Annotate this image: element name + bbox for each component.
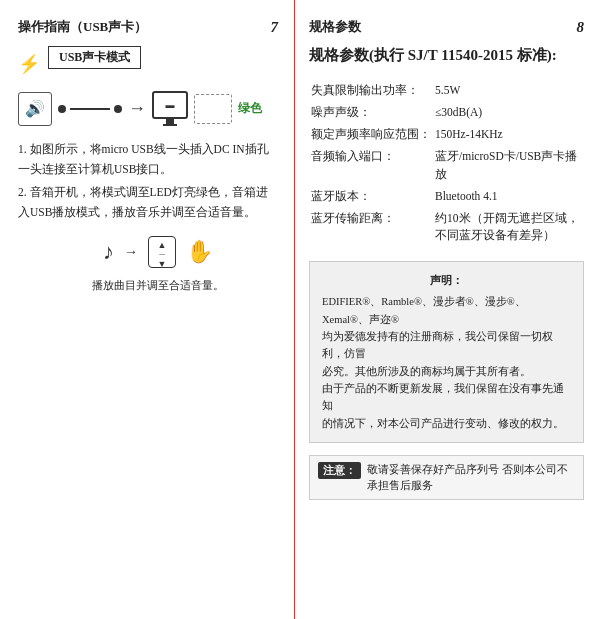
spec-table: 失真限制输出功率： 5.5W 噪声声级： ≤30dB(A) 额定声频率响应范围：… xyxy=(309,79,584,247)
left-page-number: 7 xyxy=(271,19,279,36)
spec-label-2: 额定声频率响应范围： xyxy=(309,124,433,146)
spec-row-3: 音频输入端口： 蓝牙/microSD卡/USB声卡播放 xyxy=(309,146,584,186)
notice-row: 注意： 敬请妥善保存好产品序列号 否则本公司不承担售后服务 xyxy=(309,455,584,501)
disclaimer-line-4: 的情况下，对本公司产品进行变动、修改的权力。 xyxy=(322,415,571,432)
monitor-icon: ▬ xyxy=(152,91,188,119)
disclaimer-title: 声明： xyxy=(322,272,571,289)
spec-label-0: 失真限制输出功率： xyxy=(309,79,433,101)
speaker-icon: 🔊 xyxy=(18,92,52,126)
section-title-box: USB声卡模式 xyxy=(48,46,141,69)
instruction-1: 1. 如图所示，将micro USB线一头插入DC IN插孔一头连接至计算机US… xyxy=(18,140,278,179)
left-title: 操作指南（USB声卡） xyxy=(18,18,147,36)
spec-value-1: ≤30dB(A) xyxy=(433,101,584,123)
volume-dial-icon: ▲ ─ ▼ xyxy=(148,236,176,268)
disclaimer-line-2: 必究。其他所涉及的商标均属于其所有者。 xyxy=(322,363,571,380)
spec-row-2: 额定声频率响应范围： 150Hz-14KHz xyxy=(309,124,584,146)
spec-value-0: 5.5W xyxy=(433,79,584,101)
spec-row-1: 噪声声级： ≤30dB(A) xyxy=(309,101,584,123)
instruction-2: 2. 音箱开机，将模式调至LED灯亮绿色，音箱进入USB播放模式，播放音乐并调至… xyxy=(18,183,278,222)
cable-icon xyxy=(58,105,122,113)
spec-label-1: 噪声声级： xyxy=(309,101,433,123)
right-title: 规格参数 xyxy=(309,18,361,36)
music-arrow-icon: → xyxy=(124,244,138,260)
vol-up-icon: ▲ xyxy=(158,240,167,250)
arrow-right-icon: → xyxy=(128,98,146,119)
music-diagram: ♪ → ▲ ─ ▼ ✋ 播放曲目并调至合适音量。 xyxy=(38,236,278,293)
left-header: 操作指南（USB声卡） 7 xyxy=(18,18,278,36)
music-diagram-row: ♪ → ▲ ─ ▼ ✋ xyxy=(103,236,213,268)
spec-label-3: 音频输入端口： xyxy=(309,146,433,186)
usb-symbol-icon: ⚡ xyxy=(18,53,40,75)
right-header: 规格参数 8 xyxy=(309,18,584,36)
hand-icon: ✋ xyxy=(186,239,213,265)
spec-value-2: 150Hz-14KHz xyxy=(433,124,584,146)
disclaimer-line-1: 均为爱德发持有的注册商标，我公司保留一切权利，仿冒 xyxy=(322,328,571,363)
vol-mid-icon: ─ xyxy=(159,250,165,259)
music-label: 播放曲目并调至合适音量。 xyxy=(92,278,224,293)
notice-text: 敬请妥善保存好产品序列号 否则本公司不承担售后服务 xyxy=(367,462,575,494)
disclaimer-line-3: 由于产品的不断更新发展，我们保留在没有事先通知 xyxy=(322,380,571,415)
spec-row-5: 蓝牙传输距离： 约10米（开阔无遮拦区域，不同蓝牙设备有差异） xyxy=(309,208,584,248)
disclaimer-line-0: EDIFIER®、Ramble®、漫步者®、漫步®、Xemal®、声迩® xyxy=(322,293,571,328)
green-label: 绿色 xyxy=(238,100,262,117)
dotted-indicator-box xyxy=(194,94,232,124)
vol-down-icon: ▼ xyxy=(158,259,167,269)
spec-main-title: 规格参数(执行 SJ/T 11540-2015 标准): xyxy=(309,46,584,65)
spec-label-4: 蓝牙版本： xyxy=(309,185,433,207)
section-title-label: USB声卡模式 xyxy=(59,49,130,66)
spec-value-5: 约10米（开阔无遮拦区域，不同蓝牙设备有差异） xyxy=(433,208,584,248)
spec-row-4: 蓝牙版本： Bluetooth 4.1 xyxy=(309,185,584,207)
disclaimer-box: 声明： EDIFIER®、Ramble®、漫步者®、漫步®、Xemal®、声迩®… xyxy=(309,261,584,443)
spec-row-0: 失真限制输出功率： 5.5W xyxy=(309,79,584,101)
instructions-text: 1. 如图所示，将micro USB线一头插入DC IN插孔一头连接至计算机US… xyxy=(18,140,278,222)
spec-value-4: Bluetooth 4.1 xyxy=(433,185,584,207)
usb-diagram: 🔊 → ▬ 绿色 xyxy=(18,91,278,126)
right-page: 规格参数 8 规格参数(执行 SJ/T 11540-2015 标准): 失真限制… xyxy=(295,0,600,619)
spec-label-5: 蓝牙传输距离： xyxy=(309,208,433,248)
notice-label: 注意： xyxy=(318,462,361,479)
left-page: 操作指南（USB声卡） 7 ⚡ USB声卡模式 🔊 → ▬ xyxy=(0,0,295,619)
spec-value-3: 蓝牙/microSD卡/USB声卡播放 xyxy=(433,146,584,186)
right-page-number: 8 xyxy=(577,19,585,36)
music-note-icon: ♪ xyxy=(103,239,114,265)
